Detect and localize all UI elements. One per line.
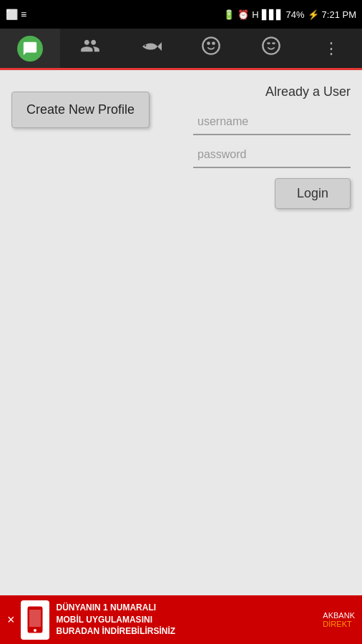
password-input[interactable]: [193, 142, 351, 168]
svg-point-3: [212, 42, 214, 44]
status-bar: ⬜ ≡ 🔋 ⏰ H ▋▋▋ 74% ⚡ 7:21 PM: [0, 0, 362, 29]
alarm-icon: ⏰: [238, 9, 249, 20]
people-icon: [80, 36, 100, 61]
nav-item-chat[interactable]: [0, 29, 60, 68]
svg-point-2: [207, 42, 209, 44]
svg-point-1: [202, 37, 219, 54]
charging-icon: ⚡: [308, 9, 319, 20]
ad-line1: DÜNYANIN 1 NUMARALI: [57, 602, 323, 614]
ad-brand: AKBANK DİREKT: [323, 611, 355, 628]
status-bar-left: ⬜ ≡: [6, 9, 26, 20]
status-bar-right: 🔋 ⏰ H ▋▋▋ 74% ⚡ 7:21 PM: [223, 9, 356, 20]
battery-icon: 🔋: [223, 9, 235, 20]
h-signal-icon: H: [252, 9, 258, 20]
ad-close-button[interactable]: ×: [7, 613, 15, 628]
signal-bars-icon: ▋▋▋: [262, 9, 283, 20]
right-section: Already a User Login: [161, 84, 351, 209]
fish-icon: [140, 37, 162, 59]
ad-text: DÜNYANIN 1 NUMARALI MOBİL UYGULAMASINI B…: [57, 602, 323, 638]
svg-rect-8: [29, 610, 41, 627]
cool-face-icon: [261, 36, 281, 61]
nav-item-group[interactable]: [60, 29, 120, 68]
akbank-logo: AKBANK: [323, 611, 355, 620]
ad-line3: BURADAN İNDİREBİLİRSİNİZ: [57, 625, 323, 638]
empty-area: [0, 356, 362, 614]
nav-item-smiley[interactable]: [181, 29, 241, 68]
menu-icon: ≡: [21, 9, 26, 20]
svg-point-9: [34, 629, 36, 632]
nav-item-fish[interactable]: [121, 29, 181, 68]
chat-bubble-icon: [17, 36, 43, 62]
create-profile-button[interactable]: Create New Profile: [11, 92, 150, 128]
battery-percent: 74%: [286, 9, 305, 20]
direkt-logo: DİREKT: [323, 620, 355, 628]
ad-phone-image: [21, 600, 49, 640]
more-dots-icon: ⋮: [323, 39, 340, 58]
svg-point-4: [263, 37, 280, 54]
ad-line2: MOBİL UYGULAMASINI: [57, 614, 323, 626]
nav-item-more[interactable]: ⋮: [302, 29, 362, 68]
login-button[interactable]: Login: [275, 178, 351, 209]
main-content: Create New Profile Already a User Login: [0, 70, 362, 356]
nav-bar: ⋮: [0, 29, 362, 70]
smiley-icon: [201, 36, 221, 61]
already-user-label: Already a User: [265, 84, 351, 99]
svg-rect-6: [273, 42, 276, 44]
svg-point-0: [145, 45, 146, 47]
time: 7:21 PM: [322, 9, 356, 20]
svg-rect-5: [268, 42, 271, 44]
left-section: Create New Profile: [11, 84, 150, 128]
nav-item-cool[interactable]: [241, 29, 301, 68]
screen-icon: ⬜: [6, 9, 18, 20]
username-input[interactable]: [193, 109, 351, 135]
ad-banner: × DÜNYANIN 1 NUMARALI MOBİL UYGULAMASINI…: [0, 595, 362, 644]
